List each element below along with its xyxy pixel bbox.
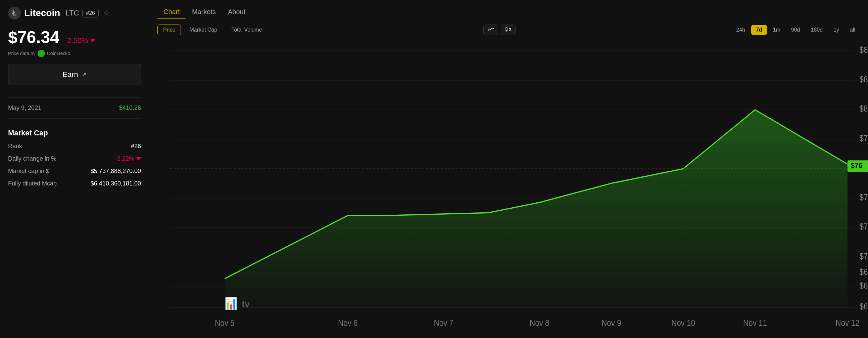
diluted-mcap-label: Fully diluted Mcap (8, 180, 57, 187)
daily-change-arrow-down-icon (136, 157, 141, 161)
svg-text:$70: $70 (860, 251, 868, 261)
diluted-mcap-value: $6,410,360,181.00 (91, 180, 141, 187)
mcap-row: Market cap in $ $5,737,888,270.00 (8, 165, 141, 177)
x-label-nov12: Nov 12 (835, 318, 859, 327)
chart-area: $84 $82 $80 $78 $76 $74 $72 $70 $68 (149, 39, 868, 338)
rank-label: Rank (8, 143, 22, 150)
rank-row: Rank #26 (8, 140, 141, 152)
svg-text:$74: $74 (860, 193, 868, 202)
right-panel: Chart Markets About Price Market Cap Tot… (149, 0, 868, 338)
svg-text:$68: $68 (860, 267, 868, 277)
candle-chart-view-button[interactable] (501, 25, 516, 35)
svg-text:$84: $84 (860, 45, 868, 54)
coin-name: Litecoin (24, 8, 60, 19)
rank-value: #26 (131, 143, 141, 150)
svg-text:Ł: Ł (12, 9, 17, 17)
time-btn-7d[interactable]: 7d (751, 25, 767, 35)
x-label-nov6: Nov 6 (338, 318, 358, 327)
svg-text:$82: $82 (860, 74, 868, 84)
time-btn-1y[interactable]: 1y (829, 25, 844, 35)
favorite-button[interactable]: ☆ (103, 9, 110, 18)
price-value: $76.34 (8, 28, 59, 47)
price-provider-label: CoinGecko (47, 51, 70, 56)
line-chart-view-button[interactable] (483, 25, 498, 35)
mcap-label: Market cap in $ (8, 168, 49, 175)
ath-date-label: May 9, 2021 (8, 105, 41, 112)
time-buttons: 24h 7d 1m 90d 180d 1y all (732, 25, 860, 35)
svg-text:$80: $80 (860, 104, 868, 113)
x-label-nov9: Nov 9 (601, 318, 621, 327)
x-label-nov5: Nov 5 (215, 318, 235, 327)
x-label-nov8: Nov 8 (530, 318, 550, 327)
coin-logo-icon: Ł (8, 7, 21, 20)
price-source-label: Price data by (8, 51, 36, 56)
coin-rank-badge: #26 (82, 9, 99, 18)
time-btn-90d[interactable]: 90d (786, 25, 805, 35)
daily-change-pct: -2.22% (115, 155, 134, 162)
tab-chart[interactable]: Chart (157, 5, 186, 19)
mcap-value: $5,737,888,270.00 (91, 168, 141, 175)
price-change-pct: -2.50% (65, 36, 88, 45)
tab-markets[interactable]: Markets (186, 5, 222, 19)
time-btn-1m[interactable]: 1m (768, 25, 785, 35)
tab-about[interactable]: About (222, 5, 251, 19)
daily-change-row: Daily change in % -2.22% (8, 152, 141, 165)
time-btn-all[interactable]: all (845, 25, 860, 35)
chart-controls: Price Market Cap Total Volume (149, 25, 868, 35)
coin-header: Ł Litecoin LTC #26 ☆ (8, 7, 141, 20)
external-link-icon: ↗ (82, 71, 87, 78)
x-label-nov7: Nov 7 (434, 318, 454, 327)
daily-change-label: Daily change in % (8, 155, 56, 162)
ath-row: May 9, 2021 $410.26 (8, 102, 141, 114)
coingecko-logo-icon: 🦎 (38, 50, 45, 57)
current-price-text: $76 (851, 161, 862, 170)
svg-text:$66: $66 (860, 281, 868, 290)
daily-change-value: -2.22% (115, 155, 141, 162)
price-chart: $84 $82 $80 $78 $76 $74 $72 $70 $68 (149, 39, 868, 338)
price-data-source: Price data by 🦎 CoinGecko (8, 50, 141, 57)
diluted-mcap-row: Fully diluted Mcap $6,410,360,181.00 (8, 177, 141, 190)
svg-rect-6 (509, 29, 510, 30)
svg-text:$78: $78 (860, 133, 868, 143)
x-label-nov11: Nov 11 (743, 318, 767, 327)
market-cap-title: Market Cap (8, 129, 141, 137)
coin-symbol: LTC (65, 9, 79, 18)
svg-rect-3 (506, 28, 507, 31)
market-cap-type-button[interactable]: Market Cap (184, 25, 223, 35)
earn-button-label: Earn (62, 70, 78, 79)
chart-view-icons (483, 25, 516, 35)
earn-button[interactable]: Earn ↗ (8, 64, 141, 85)
svg-text:$72: $72 (860, 222, 868, 231)
tradingview-watermark: 📊 (224, 296, 238, 310)
svg-text:tv: tv (242, 298, 250, 309)
chart-type-buttons: Price Market Cap Total Volume (157, 25, 268, 35)
time-btn-24h[interactable]: 24h (732, 25, 750, 35)
price-type-button[interactable]: Price (157, 25, 181, 35)
price-row: $76.34 -2.50% (8, 28, 141, 47)
ath-value: $410.26 (119, 105, 141, 112)
time-btn-180d[interactable]: 180d (806, 25, 827, 35)
chart-nav: Chart Markets About (149, 5, 868, 19)
svg-text:$64: $64 (860, 301, 868, 311)
x-label-nov10: Nov 10 (671, 318, 695, 327)
divider-2 (8, 118, 141, 119)
divider-1 (8, 97, 141, 98)
left-panel: Ł Litecoin LTC #26 ☆ $76.34 -2.50% Price… (0, 0, 149, 338)
price-change-arrow-down-icon (90, 39, 95, 42)
total-volume-type-button[interactable]: Total Volume (225, 25, 268, 35)
price-change: -2.50% (65, 36, 95, 45)
